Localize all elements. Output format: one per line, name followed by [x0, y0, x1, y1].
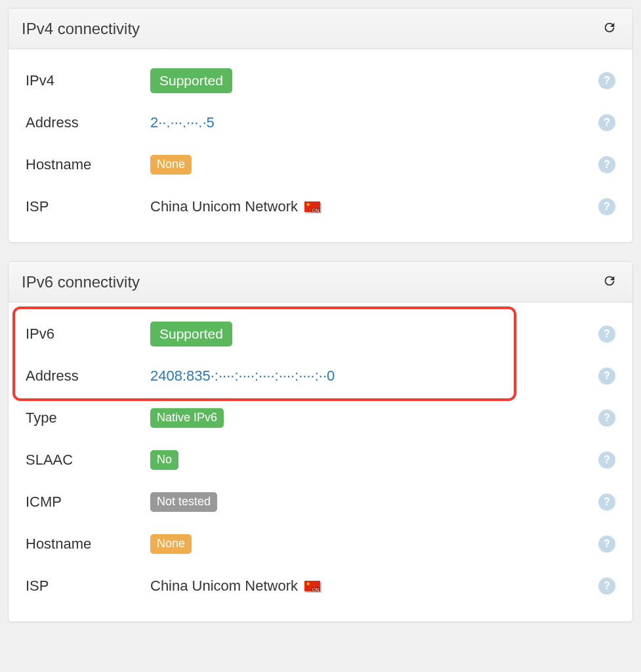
ipv6-icmp-row: ICMP Not tested ?: [26, 481, 615, 523]
ipv6-refresh-button[interactable]: [600, 271, 619, 293]
help-icon[interactable]: ?: [598, 156, 615, 173]
ipv6-slaac-row: SLAAC No ?: [26, 439, 615, 481]
ipv6-address-link[interactable]: 2408:835·:····:····:····:····:····:··0: [150, 368, 335, 385]
ipv6-icmp-badge: Not tested: [150, 492, 217, 512]
ipv6-type-label: Type: [26, 410, 150, 427]
ipv4-title: IPv4 connectivity: [22, 20, 140, 38]
ipv4-hostname-label: Hostname: [26, 156, 150, 173]
help-icon[interactable]: ?: [598, 410, 615, 427]
ipv6-status-row: IPv6 Supported ?: [26, 313, 615, 355]
ipv4-address-label: Address: [26, 114, 150, 131]
help-icon[interactable]: ?: [598, 536, 615, 553]
ipv4-address-link[interactable]: 2··.···.···.·5: [150, 114, 215, 131]
ipv6-address-row: Address 2408:835·:····:····:····:····:··…: [26, 355, 615, 397]
ipv6-panel-heading: IPv6 connectivity: [9, 262, 632, 303]
help-icon[interactable]: ?: [598, 368, 615, 385]
ipv6-isp-text: China Unicom Network: [150, 578, 298, 595]
ipv4-status-badge: Supported: [150, 68, 232, 93]
ipv4-status-row: IPv4 Supported ?: [26, 60, 615, 102]
ipv6-icmp-label: ICMP: [26, 494, 150, 511]
ipv4-isp-label: ISP: [26, 198, 150, 215]
ipv4-hostname-row: Hostname None ?: [26, 144, 615, 186]
ipv6-isp-row: ISP China Unicom Network ?: [26, 565, 615, 607]
ipv6-hostname-label: Hostname: [26, 536, 150, 553]
help-icon[interactable]: ?: [598, 452, 615, 469]
ipv4-status-label: IPv4: [26, 72, 150, 89]
ipv4-address-row: Address 2··.···.···.·5 ?: [26, 102, 615, 144]
ipv6-status-badge: Supported: [150, 322, 232, 346]
refresh-icon: [602, 27, 617, 37]
help-icon[interactable]: ?: [598, 326, 615, 343]
ipv4-panel: IPv4 connectivity IPv4 Supported ? Addre…: [8, 8, 633, 243]
ipv6-status-label: IPv6: [26, 326, 150, 343]
ipv6-panel: IPv6 connectivity IPv6 Supported ? Addre…: [8, 261, 633, 622]
ipv6-hostname-row: Hostname None ?: [26, 523, 615, 565]
help-icon[interactable]: ?: [598, 72, 615, 89]
help-icon[interactable]: ?: [598, 198, 615, 215]
ipv6-title: IPv6 connectivity: [22, 273, 140, 291]
ipv6-isp-label: ISP: [26, 578, 150, 595]
ipv6-slaac-badge: No: [150, 450, 178, 470]
ipv6-type-badge: Native IPv6: [150, 408, 224, 428]
help-icon[interactable]: ?: [598, 578, 615, 595]
refresh-icon: [602, 280, 617, 290]
ipv4-isp-text: China Unicom Network: [150, 198, 298, 215]
ipv4-panel-heading: IPv4 connectivity: [9, 9, 632, 49]
ipv6-body: IPv6 Supported ? Address 2408:835·:····:…: [9, 303, 632, 621]
ipv6-type-row: Type Native IPv6 ?: [26, 397, 615, 439]
help-icon[interactable]: ?: [598, 494, 615, 511]
ipv6-hostname-badge: None: [150, 534, 192, 554]
ipv4-body: IPv4 Supported ? Address 2··.···.···.·5 …: [9, 49, 632, 242]
help-icon[interactable]: ?: [598, 114, 615, 131]
ipv4-refresh-button[interactable]: [600, 18, 619, 39]
flag-cn-icon: [304, 201, 320, 212]
ipv6-address-label: Address: [26, 368, 150, 385]
ipv4-hostname-badge: None: [150, 155, 192, 175]
ipv4-isp-row: ISP China Unicom Network ?: [26, 186, 615, 228]
ipv6-slaac-label: SLAAC: [26, 452, 150, 469]
flag-cn-icon: [304, 581, 320, 591]
